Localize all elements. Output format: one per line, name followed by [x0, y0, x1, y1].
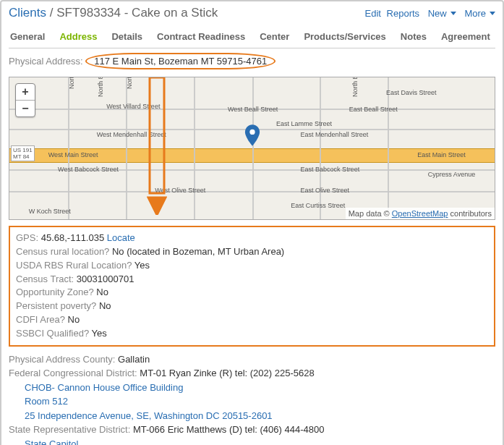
staterep-address-line1[interactable]: State Capitol — [25, 438, 78, 445]
locate-link[interactable]: Locate — [107, 232, 135, 243]
annotation-arrow-icon — [147, 77, 167, 215]
tab-details[interactable]: Details — [111, 31, 142, 42]
clients-link[interactable]: Clients — [9, 6, 46, 20]
fed-address-line2[interactable]: Room 512 — [25, 396, 68, 407]
tab-address[interactable]: Address — [59, 31, 97, 42]
tab-center[interactable]: Center — [260, 31, 289, 42]
svg-point-0 — [249, 130, 255, 135]
top-actions: Edit Reports New More — [362, 8, 495, 19]
tab-products-services[interactable]: Products/Services — [304, 31, 385, 42]
map-zoom: + − — [15, 83, 35, 117]
physical-address-row: Physical Address: 117 E Main St, Bozeman… — [9, 56, 495, 67]
fed-address-line3[interactable]: 25 Independence Avenue, SE, Washington D… — [25, 410, 273, 421]
tab-contract-readiness[interactable]: Contract Readiness — [157, 31, 245, 42]
district-details: Physical Address County: Gallatin Federa… — [9, 352, 495, 445]
location-info-box: GPS: 45.68,-111.035 Locate Census rural … — [9, 226, 495, 347]
edit-link[interactable]: Edit — [365, 8, 381, 19]
zoom-in-button[interactable]: + — [16, 84, 35, 101]
chevron-down-icon — [450, 12, 456, 15]
map[interactable]: West Main Street East Main Street West V… — [9, 77, 495, 220]
map-attribution: Map data © OpenStreetMap contributors — [346, 208, 495, 219]
tab-notes[interactable]: Notes — [401, 31, 427, 42]
chevron-down-icon — [490, 12, 495, 15]
tabs: General Address Details Contract Readine… — [9, 31, 495, 48]
tab-general[interactable]: General — [10, 31, 45, 42]
physical-address-value: 117 E Main St, Bozeman MT 59715-4761 — [94, 56, 267, 67]
more-menu[interactable]: More — [461, 8, 495, 19]
new-menu[interactable]: New — [425, 8, 456, 19]
reports-link[interactable]: Reports — [387, 8, 420, 19]
map-pin-icon — [244, 124, 260, 148]
topbar: Clients / SFT983334 - Cake on a Stick Ed… — [9, 6, 495, 20]
client-page: Clients / SFT983334 - Cake on a Stick Ed… — [0, 0, 504, 445]
tab-agreement[interactable]: Agreement — [441, 31, 490, 42]
fed-address-line1[interactable]: CHOB- Cannon House Office Building — [25, 382, 183, 393]
breadcrumb: Clients / SFT983334 - Cake on a Stick — [9, 6, 218, 20]
osm-link[interactable]: OpenStreetMap — [392, 209, 448, 218]
zoom-out-button[interactable]: − — [16, 101, 35, 116]
